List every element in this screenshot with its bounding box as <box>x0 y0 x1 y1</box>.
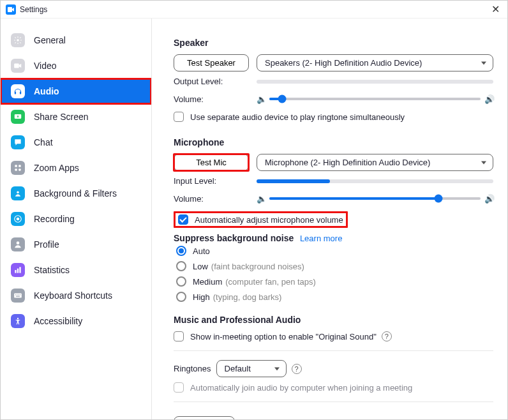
suppress-option-hint: (computer fan, pen taps) <box>225 277 316 287</box>
suppress-option-label: Auto <box>193 246 210 256</box>
sidebar-item-accessibility[interactable]: Accessibility <box>1 308 151 334</box>
share-icon <box>11 110 25 124</box>
suppress-radio[interactable] <box>176 246 186 256</box>
suppress-option-medium[interactable]: Medium(computer fan, pen taps) <box>174 274 493 289</box>
suppress-radio[interactable] <box>176 261 186 271</box>
separator <box>174 350 493 351</box>
sidebar-item-audio[interactable]: Audio <box>1 79 151 104</box>
apps-icon <box>11 161 25 175</box>
suppress-option-low[interactable]: Low(faint background noises) <box>174 259 493 274</box>
svg-rect-20 <box>19 294 19 295</box>
svg-point-1 <box>17 39 19 41</box>
svg-rect-0 <box>8 7 12 12</box>
svg-point-12 <box>17 218 20 221</box>
sidebar-item-share-screen[interactable]: Share Screen <box>1 104 151 130</box>
sidebar-item-recording[interactable]: Recording <box>1 206 151 232</box>
sidebar-item-profile[interactable]: Profile <box>1 232 151 257</box>
auto-join-audio-checkbox[interactable] <box>174 382 184 393</box>
original-sound-checkbox[interactable] <box>174 331 184 341</box>
original-sound-help-icon[interactable]: ? <box>382 331 392 341</box>
advanced-button[interactable]: Advanced <box>174 416 235 419</box>
svg-rect-2 <box>14 64 19 68</box>
svg-rect-15 <box>17 269 19 273</box>
sidebar-item-zoom-apps[interactable]: Zoom Apps <box>1 155 151 181</box>
speaker-volume-label: Volume: <box>174 94 257 104</box>
titlebar: Settings ✕ <box>1 1 507 19</box>
suppress-radio[interactable] <box>176 292 186 302</box>
svg-rect-8 <box>15 169 17 171</box>
keyboard-icon <box>11 289 25 303</box>
sidebar-item-general[interactable]: General <box>1 27 151 53</box>
svg-rect-18 <box>15 294 16 295</box>
speaker-volume-slider[interactable] <box>269 91 481 107</box>
sidebar-item-label: Chat <box>34 137 53 147</box>
separate-ringtone-label: Use separate audio device to play ringto… <box>190 112 405 122</box>
ringtones-value: Default <box>225 364 251 373</box>
suppress-option-hint: (faint background noises) <box>211 262 304 271</box>
sidebar-item-label: Accessibility <box>34 316 82 326</box>
svg-rect-16 <box>19 267 20 273</box>
sidebar-item-background-filters[interactable]: Background & Filters <box>1 181 151 206</box>
suppress-option-auto[interactable]: Auto <box>174 243 493 259</box>
svg-rect-19 <box>17 294 17 295</box>
separator-2 <box>174 401 493 402</box>
sidebar-item-chat[interactable]: Chat <box>1 130 151 155</box>
suppress-option-label: Medium <box>193 277 222 287</box>
suppress-option-high[interactable]: High(typing, dog barks) <box>174 289 493 304</box>
mic-device-value: Microphone (2- High Definition Audio Dev… <box>265 158 430 167</box>
sidebar-item-label: General <box>34 35 66 45</box>
auto-adjust-mic-checkbox[interactable] <box>178 214 188 225</box>
svg-point-10 <box>17 191 19 194</box>
auto-join-audio-label: Automatically join audio by computer whe… <box>190 383 412 393</box>
test-speaker-button[interactable]: Test Speaker <box>174 54 249 71</box>
sidebar-item-keyboard-shortcuts[interactable]: Keyboard Shortcuts <box>1 283 151 308</box>
chat-icon <box>11 135 25 149</box>
output-level-meter <box>257 80 493 84</box>
sidebar-item-label: Statistics <box>34 265 70 275</box>
ringtones-help-icon[interactable]: ? <box>292 364 302 374</box>
audio-icon <box>11 84 25 98</box>
speaker-device-select[interactable]: Speakers (2- High Definition Audio Devic… <box>257 54 493 71</box>
bg-icon <box>11 186 25 200</box>
input-level-label: Input Level: <box>174 176 257 186</box>
test-mic-button[interactable]: Test Mic <box>174 154 249 171</box>
stats-icon <box>11 263 25 277</box>
speaker-section-title: Speaker <box>174 38 493 48</box>
microphone-section-title: Microphone <box>174 137 493 147</box>
separate-ringtone-checkbox[interactable] <box>174 112 184 122</box>
sidebar-item-label: Keyboard Shortcuts <box>34 290 112 301</box>
sidebar-item-label: Zoom Apps <box>34 163 79 173</box>
sidebar-item-label: Share Screen <box>34 112 89 122</box>
sidebar-item-video[interactable]: Video <box>1 53 151 79</box>
svg-rect-21 <box>20 294 20 295</box>
close-button[interactable]: ✕ <box>489 3 502 15</box>
suppress-learn-more-link[interactable]: Learn more <box>300 234 342 243</box>
suppress-radio[interactable] <box>176 276 186 287</box>
music-section-title: Music and Professional Audio <box>174 315 493 325</box>
mic-volume-low-icon: 🔈 <box>257 194 265 204</box>
svg-rect-17 <box>14 294 22 298</box>
svg-point-13 <box>17 241 20 244</box>
volume-high-icon: 🔊 <box>484 94 493 104</box>
sidebar-item-statistics[interactable]: Statistics <box>1 257 151 283</box>
ringtones-select[interactable]: Default <box>216 360 287 377</box>
svg-rect-14 <box>15 270 16 273</box>
mic-volume-high-icon: 🔊 <box>484 194 493 204</box>
sidebar-item-label: Video <box>34 61 57 71</box>
svg-rect-22 <box>16 296 20 297</box>
svg-rect-9 <box>19 169 21 171</box>
svg-rect-3 <box>15 92 16 94</box>
output-level-label: Output Level: <box>174 77 257 86</box>
video-icon <box>11 59 25 73</box>
svg-point-23 <box>17 318 19 319</box>
mic-volume-label: Volume: <box>174 194 257 204</box>
svg-rect-6 <box>15 165 17 167</box>
mic-volume-slider[interactable] <box>269 191 481 206</box>
mic-device-select[interactable]: Microphone (2- High Definition Audio Dev… <box>257 154 493 171</box>
suppress-option-label: High <box>193 292 210 302</box>
suppress-option-hint: (typing, dog barks) <box>213 292 282 302</box>
original-sound-label: Show in-meeting option to enable "Origin… <box>190 332 377 341</box>
sidebar-item-label: Audio <box>34 86 59 96</box>
ringtones-label: Ringtones <box>174 364 211 373</box>
input-level-meter <box>257 179 493 183</box>
